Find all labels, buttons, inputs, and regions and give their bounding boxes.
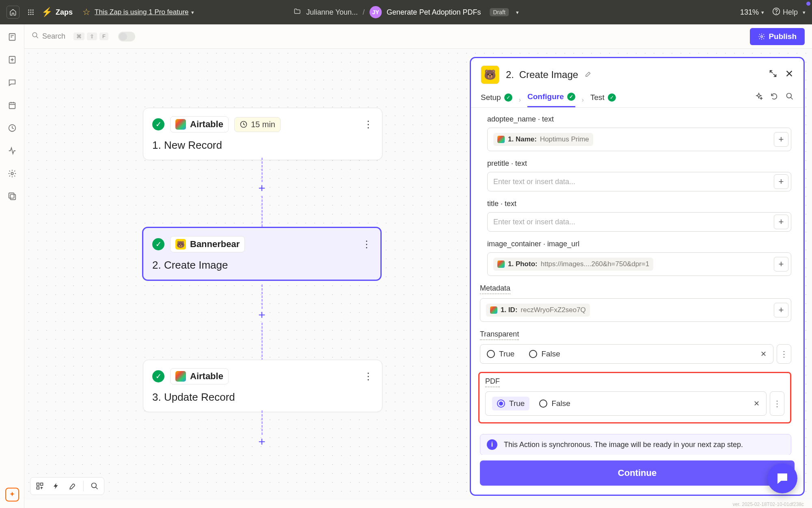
radio-unchecked-icon — [539, 399, 547, 408]
svg-point-4 — [30, 12, 32, 13]
zoom-dropdown[interactable]: 131% ▾ — [740, 8, 764, 17]
status-check-icon: ✓ — [152, 238, 164, 250]
step-more-button[interactable]: ⋮ — [362, 239, 371, 250]
field-more-button[interactable]: ⋮ — [770, 391, 784, 416]
chat-button[interactable] — [767, 463, 797, 493]
sidebar-editor-icon[interactable] — [6, 31, 18, 43]
sidebar-versions-icon[interactable] — [6, 190, 18, 202]
undo-icon[interactable] — [770, 92, 778, 102]
insert-data-button[interactable]: + — [774, 303, 788, 317]
star-icon[interactable]: ☆ — [82, 7, 91, 17]
info-icon: i — [487, 439, 497, 450]
radio-unchecked-icon — [529, 350, 537, 358]
add-step-button[interactable]: + — [256, 182, 268, 194]
sidebar-new-icon[interactable] — [6, 54, 18, 66]
step-more-button[interactable]: ⋮ — [363, 371, 373, 382]
panel-header: 🐻 2. Create Image — [471, 58, 803, 88]
search-input[interactable]: Search ⌘ ⇧ F — [32, 32, 135, 41]
chevron-down-icon[interactable]: ▾ — [191, 9, 194, 15]
continue-button[interactable]: Continue — [480, 460, 795, 486]
pro-feature-link[interactable]: This Zap is using 1 Pro feature — [95, 8, 189, 16]
close-icon[interactable] — [785, 69, 794, 80]
check-icon: ✓ — [504, 93, 512, 102]
tab-configure[interactable]: Configure ✓ — [527, 92, 575, 107]
edit-title-icon[interactable] — [585, 70, 592, 80]
title-input[interactable]: Enter text or insert data... + — [487, 212, 791, 232]
sidebar-comments-icon[interactable] — [6, 76, 18, 89]
transparent-true-option[interactable]: True — [487, 350, 514, 358]
panel-body: adoptee_name · text 1. Name: Hoptimus Pr… — [471, 108, 803, 455]
chevron-down-icon[interactable]: ▾ — [516, 9, 519, 15]
app-chip-airtable: Airtable — [170, 116, 229, 132]
sidebar-settings-icon[interactable] — [6, 167, 18, 180]
add-step-button[interactable]: + — [256, 436, 268, 448]
svg-point-19 — [761, 35, 763, 37]
data-pill[interactable]: 1. Name: Hoptimus Prime — [493, 133, 593, 146]
search-shortcut: ⌘ ⇧ F — [73, 33, 108, 40]
pdf-false-option[interactable]: False — [539, 399, 570, 408]
data-pill[interactable]: 1. ID: reczWryoFxZ2seo7Q — [486, 304, 590, 317]
owner-name[interactable]: Julianne Youn... — [306, 8, 358, 17]
ai-sparkle-icon[interactable] — [755, 92, 763, 102]
airtable-icon — [497, 261, 505, 268]
apps-grid-button[interactable] — [24, 6, 37, 19]
metadata-input[interactable]: 1. ID: reczWryoFxZ2seo7Q + — [480, 298, 791, 322]
avatar[interactable]: JY — [369, 6, 382, 18]
tab-test[interactable]: Test ✓ — [590, 93, 616, 107]
help-label: Help — [783, 8, 798, 17]
breadcrumb: Julianne Youn... / JY Generate Pet Adopt… — [293, 6, 519, 18]
zaps-label[interactable]: Zaps — [56, 8, 73, 17]
field-label: image_container · image_url — [487, 240, 791, 248]
zap-name[interactable]: Generate Pet Adoption PDFs — [387, 8, 481, 17]
home-button[interactable] — [6, 6, 19, 19]
expand-icon[interactable] — [769, 69, 777, 80]
step-config-panel: 🐻 2. Create Image Setup ✓ › Configure ✓ … — [470, 57, 805, 496]
layout-icon[interactable] — [35, 481, 45, 491]
app-name: Bannerbear — [190, 239, 240, 250]
publish-button[interactable]: Publish — [750, 28, 805, 45]
sidebar-history-icon[interactable] — [6, 122, 18, 134]
editor-toggle[interactable] — [118, 32, 135, 41]
field-more-button[interactable]: ⋮ — [777, 344, 791, 364]
adoptee-name-input[interactable]: 1. Name: Hoptimus Prime + — [487, 128, 791, 151]
add-step-button[interactable]: + — [256, 309, 268, 321]
step-card-2[interactable]: ✓ 🐻 Bannerbear ⋮ 2. Create Image — [142, 227, 382, 281]
search-panel-icon[interactable] — [786, 92, 794, 102]
insert-data-button[interactable]: + — [774, 174, 788, 189]
help-icon — [772, 7, 780, 17]
status-check-icon: ✓ — [152, 118, 164, 130]
bannerbear-icon: 🐻 — [481, 65, 499, 84]
transparent-false-option[interactable]: False — [529, 350, 560, 358]
svg-rect-17 — [9, 193, 14, 198]
field-label: Transparent — [480, 330, 519, 340]
search-tool-icon[interactable] — [89, 481, 100, 491]
sidebar-calendar-icon[interactable] — [6, 99, 18, 111]
step-card-1[interactable]: ✓ Airtable 15 min ⋮ 1. New Record — [143, 108, 382, 160]
svg-point-3 — [28, 12, 29, 13]
field-label: pretitle · text — [487, 159, 791, 168]
tab-setup[interactable]: Setup ✓ — [481, 93, 512, 107]
app-chip-airtable: Airtable — [170, 368, 229, 384]
bolt-tool-icon[interactable] — [51, 481, 61, 491]
svg-point-0 — [28, 9, 29, 11]
image-url-input[interactable]: 1. Photo: https://images....260&h=750&dp… — [487, 252, 791, 276]
insert-data-button[interactable]: + — [774, 132, 788, 147]
search-placeholder: Search — [42, 32, 65, 41]
insert-data-button[interactable]: + — [774, 257, 788, 271]
clear-icon[interactable]: ✕ — [754, 399, 760, 408]
ai-assistant-button[interactable] — [5, 488, 19, 501]
pdf-true-option[interactable]: True — [497, 399, 525, 408]
sidebar-activity-icon[interactable] — [6, 145, 18, 157]
svg-point-8 — [32, 14, 34, 15]
data-pill[interactable]: 1. Photo: https://images....260&h=750&dp… — [493, 258, 653, 271]
app-chip-bannerbear: 🐻 Bannerbear — [170, 236, 245, 252]
info-text: This Action is synchronous. The image wi… — [504, 441, 743, 449]
step-more-button[interactable]: ⋮ — [363, 119, 373, 130]
wrench-icon[interactable] — [67, 481, 78, 491]
clear-icon[interactable]: ✕ — [760, 350, 767, 358]
pretitle-input[interactable]: Enter text or insert data... + — [487, 172, 791, 191]
help-dropdown[interactable]: Help ▾ — [772, 7, 806, 17]
step-card-3[interactable]: ✓ Airtable ⋮ 3. Update Record — [143, 360, 382, 412]
insert-data-button[interactable]: + — [774, 215, 788, 229]
field-label: adoptee_name · text — [487, 115, 791, 124]
